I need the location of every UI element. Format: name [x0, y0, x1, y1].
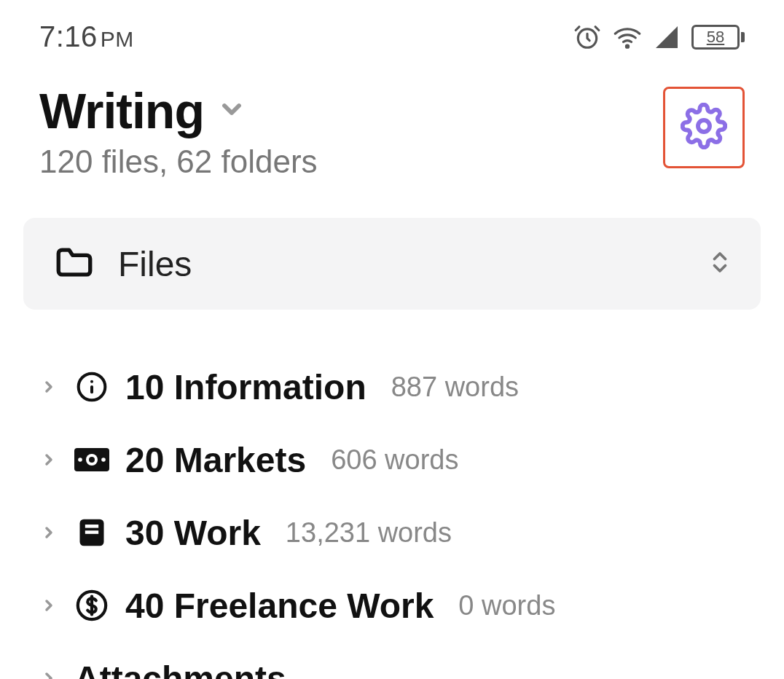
folder-name: 40 Freelance Work — [125, 586, 434, 626]
settings-button[interactable] — [663, 87, 745, 168]
expand-toggle[interactable] — [39, 670, 58, 679]
svg-point-8 — [89, 457, 95, 463]
folder-meta: 13,231 words — [286, 517, 452, 549]
view-selector-label: Files — [118, 244, 707, 284]
folder-item[interactable]: Attachments — [39, 642, 745, 679]
status-time-value: 7:16 — [39, 20, 98, 52]
svg-point-2 — [698, 120, 710, 132]
chevron-up-down-icon — [707, 245, 733, 283]
status-icons: 58 — [573, 23, 745, 51]
svg-rect-12 — [85, 525, 98, 528]
battery-level: 58 — [707, 28, 724, 47]
gear-icon — [681, 103, 727, 152]
vault-switcher[interactable]: Writing — [39, 82, 318, 139]
wifi-icon — [613, 23, 642, 51]
expand-toggle[interactable] — [39, 378, 58, 396]
chevron-down-icon — [217, 95, 246, 127]
status-time: 7:16PM — [39, 20, 134, 53]
expand-toggle[interactable] — [39, 597, 58, 614]
header: Writing 120 files, 62 folders — [0, 60, 784, 180]
view-selector[interactable]: Files — [23, 218, 761, 310]
folder-item[interactable]: 10 Information 887 words — [39, 350, 745, 423]
folder-item[interactable]: 20 Markets 606 words — [39, 423, 745, 496]
svg-rect-13 — [85, 530, 98, 534]
folder-meta: 0 words — [458, 590, 555, 621]
vault-subtitle: 120 files, 62 folders — [39, 144, 318, 180]
vault-title: Writing — [39, 82, 204, 139]
folder-item[interactable]: 40 Freelance Work 0 words — [39, 569, 745, 642]
folder-list: 10 Information 887 words 20 Markets 606 … — [0, 310, 784, 679]
folder-icon — [51, 241, 98, 286]
status-bar: 7:16PM 58 — [0, 0, 784, 60]
title-group: Writing 120 files, 62 folders — [39, 82, 318, 180]
money-icon — [74, 447, 109, 472]
status-time-ampm: PM — [101, 27, 134, 51]
folder-meta: 887 words — [391, 372, 519, 403]
dollar-circle-icon — [74, 589, 109, 622]
svg-point-10 — [101, 458, 106, 462]
folder-name: 10 Information — [125, 367, 366, 407]
signal-icon — [654, 24, 680, 50]
folder-name: 30 Work — [125, 513, 261, 553]
expand-toggle[interactable] — [39, 524, 58, 541]
folder-name: Attachments — [74, 659, 286, 680]
expand-toggle[interactable] — [39, 451, 58, 468]
book-icon — [74, 515, 109, 550]
svg-point-9 — [78, 458, 82, 462]
svg-point-1 — [626, 45, 628, 47]
info-icon — [74, 371, 109, 403]
folder-name: 20 Markets — [125, 440, 306, 480]
folder-meta: 606 words — [331, 444, 458, 476]
alarm-icon — [573, 23, 601, 51]
folder-item[interactable]: 30 Work 13,231 words — [39, 496, 745, 569]
battery-icon: 58 — [691, 25, 745, 50]
